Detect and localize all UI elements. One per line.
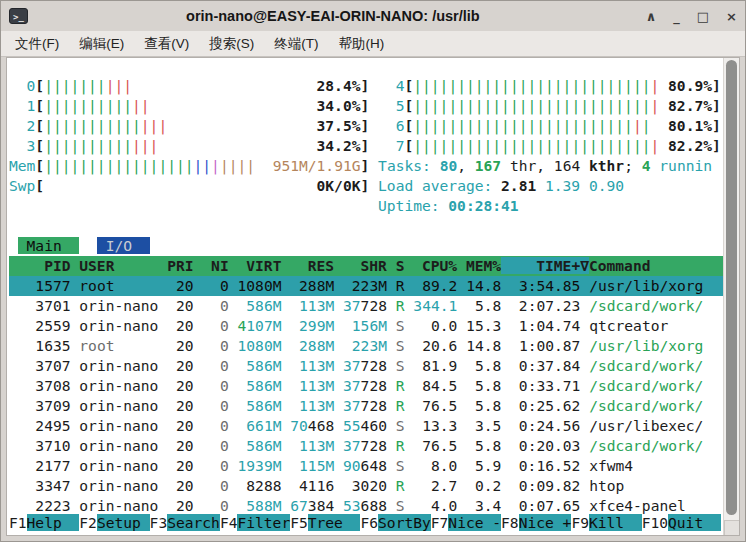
process-row[interactable]: 3701 orin-nano 20 0 586M 113M 37728 R 34…: [9, 296, 723, 316]
terminal-window: >_ orin-nano@EASY-EAI-ORIN-NANO: /usr/li…: [0, 0, 746, 542]
process-row[interactable]: 3710 orin-nano 20 0 586M 113M 37728 R 76…: [9, 436, 723, 456]
scrollbar-thumb[interactable]: [726, 60, 737, 515]
process-row[interactable]: 2559 orin-nano 20 0 4107M 299M 156M S 0.…: [9, 316, 723, 336]
fkey-f10-key: F10: [642, 514, 668, 531]
fkey-f10-label: Quit: [668, 514, 721, 531]
fkey-f7-label: Nice -: [448, 514, 501, 531]
fkey-f5-key: F5: [290, 514, 308, 531]
fkey-f1-key: F1: [9, 514, 27, 531]
titlebar: >_ orin-nano@EASY-EAI-ORIN-NANO: /usr/li…: [1, 1, 745, 31]
process-row[interactable]: 1635 root 20 0 1080M 288M 223M S 20.6 14…: [9, 336, 723, 356]
fkey-f1-label: Help: [27, 514, 80, 531]
menu-search[interactable]: 搜索(S): [199, 32, 264, 56]
fkey-f8[interactable]: F8Nice +: [501, 514, 571, 531]
fkey-f9[interactable]: F9Kill: [571, 514, 641, 531]
cpu-meter-line-3: 3[||||||||||||| 34.2%] 7[|||||||||||||||…: [9, 136, 723, 156]
menubar: 文件(F)编辑(E)查看(V)搜索(S)终端(T)帮助(H): [1, 31, 745, 57]
column-header-pri[interactable]: PRI: [158, 257, 193, 274]
cpu-meter-line-2: 2[|||||||||||||| 37.5%] 6[||||||||||||||…: [9, 116, 723, 136]
fkey-f4-label: Filter: [237, 514, 290, 531]
fkey-f1[interactable]: F1Help: [9, 514, 79, 531]
menu-edit[interactable]: 编辑(E): [69, 32, 134, 56]
swap-meter-line: Swp[ 0K/0K] Load average: 2.81 1.39 0.90: [9, 176, 723, 196]
fkey-f6[interactable]: F6SortBy: [360, 514, 430, 531]
tab-main[interactable]: Main: [18, 237, 80, 254]
table-header[interactable]: PID USER PRI NI VIRT RES SHR S CPU% MEM%…: [9, 256, 723, 276]
minimize-button[interactable]: _: [673, 9, 680, 24]
fkey-f4-key: F4: [220, 514, 238, 531]
fkey-f5-label: Tree: [308, 514, 361, 531]
fkey-f7[interactable]: F7Nice -: [431, 514, 501, 531]
terminal-area: 0[|||||||||| 28.4%] 4[||||||||||||||||||…: [6, 57, 740, 536]
process-row[interactable]: 3707 orin-nano 20 0 586M 113M 37728 S 81…: [9, 356, 723, 376]
fkey-f8-label: Nice +: [519, 514, 572, 531]
fkey-f3-label: Search: [167, 514, 220, 531]
column-header-virt[interactable]: VIRT: [229, 257, 282, 274]
fkey-f9-key: F9: [571, 514, 589, 531]
scrollbar-track[interactable]: [723, 58, 739, 535]
menu-file[interactable]: 文件(F): [5, 32, 69, 56]
process-row[interactable]: 2495 orin-nano 20 0 661M 70468 55460 S 1…: [9, 416, 723, 436]
column-header-s[interactable]: S: [387, 257, 405, 274]
fkey-f4[interactable]: F4Filter: [220, 514, 290, 531]
tab-io[interactable]: I/O: [97, 237, 150, 254]
menu-help[interactable]: 帮助(H): [329, 32, 395, 56]
screen-tabs: Main I/O: [9, 236, 723, 256]
column-header-mem[interactable]: MEM%: [457, 257, 501, 274]
shade-button[interactable]: ∧: [646, 9, 657, 24]
fkey-f8-key: F8: [501, 514, 519, 531]
terminal-icon: >_: [9, 8, 28, 24]
blank-line: [9, 216, 723, 236]
menu-terminal[interactable]: 终端(T): [264, 32, 328, 56]
fkey-f6-label: SortBy: [378, 514, 431, 531]
menu-view[interactable]: 查看(V): [134, 32, 199, 56]
fkey-f2[interactable]: F2Setup: [79, 514, 149, 531]
uptime-line: Uptime: 00:28:41: [9, 196, 723, 216]
htop-screen: 0[|||||||||| 28.4%] 4[||||||||||||||||||…: [9, 58, 723, 535]
resize-grip[interactable]: [724, 520, 739, 535]
column-header-cpu[interactable]: CPU%: [404, 257, 457, 274]
fkey-f2-label: Setup: [97, 514, 150, 531]
cpu-meter-line-1: 1[|||||||||||| 34.0%] 5[||||||||||||||||…: [9, 96, 723, 116]
fkey-f10[interactable]: F10Quit: [642, 514, 721, 531]
column-header-ni[interactable]: NI: [194, 257, 229, 274]
column-header-pid[interactable]: PID: [9, 257, 71, 274]
fkey-f7-key: F7: [431, 514, 449, 531]
process-row[interactable]: 3708 orin-nano 20 0 586M 113M 37728 R 84…: [9, 376, 723, 396]
column-header-time[interactable]: TIME+: [501, 257, 580, 274]
window-title: orin-nano@EASY-EAI-ORIN-NANO: /usr/lib: [28, 8, 638, 24]
close-button[interactable]: ×: [726, 9, 737, 24]
maximize-button[interactable]: □: [697, 9, 709, 24]
column-header-command[interactable]: Command: [589, 257, 723, 274]
column-header-res[interactable]: RES: [281, 257, 334, 274]
fkey-f3[interactable]: F3Search: [150, 514, 220, 531]
process-row[interactable]: 3709 orin-nano 20 0 586M 113M 37728 R 76…: [9, 396, 723, 416]
fkey-f5[interactable]: F5Tree: [290, 514, 360, 531]
fkey-f9-label: Kill: [589, 514, 642, 531]
column-header-shr[interactable]: SHR: [334, 257, 387, 274]
function-key-bar: F1Help F2Setup F3SearchF4FilterF5Tree F6…: [9, 513, 723, 533]
cpu-meter-line-0: 0[|||||||||| 28.4%] 4[||||||||||||||||||…: [9, 76, 723, 96]
process-row[interactable]: 2177 orin-nano 20 0 1939M 115M 90648 S 8…: [9, 456, 723, 476]
window-controls: ∧_□×: [646, 9, 737, 24]
fkey-f3-key: F3: [150, 514, 168, 531]
column-header-user[interactable]: USER: [71, 257, 159, 274]
process-row[interactable]: 3347 orin-nano 20 0 8288 4116 3020 R 2.7…: [9, 476, 723, 496]
process-row-selected[interactable]: 1577 root 20 0 1080M 288M 223M R 89.2 14…: [9, 276, 723, 296]
sort-arrow-icon: ∇: [580, 257, 589, 274]
fkey-f6-key: F6: [360, 514, 378, 531]
fkey-f2-key: F2: [79, 514, 97, 531]
memory-meter-line: Mem[|||||||||||||||||||||||| 951M/1.91G]…: [9, 156, 723, 176]
